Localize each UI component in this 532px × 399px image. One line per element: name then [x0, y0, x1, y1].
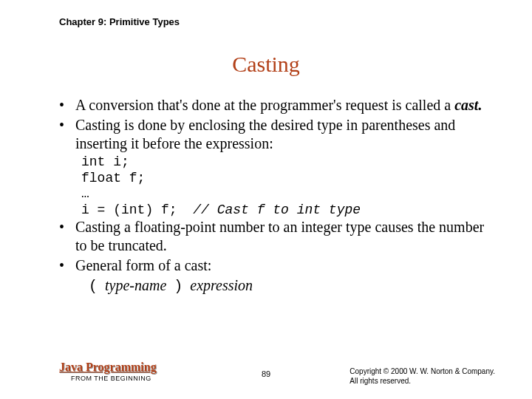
bullet-1-text: A conversion that's done at the programm…: [75, 97, 454, 113]
code-line-2: float f;: [81, 171, 145, 185]
bullet-dot: •: [59, 116, 75, 153]
bullet-2-text: Casting is done by enclosing the desired…: [75, 116, 488, 153]
bullet-3: • Casting a floating-point number to an …: [59, 218, 488, 255]
code-block: int i; float f; … i = (int) f; // Cast f…: [81, 154, 488, 218]
copyright-line-1: Copyright © 2000 W. W. Norton & Company.: [349, 366, 495, 376]
content-area: • A conversion that's done at the progra…: [59, 96, 488, 296]
bullet-4-text: General form of a cast:: [75, 256, 488, 275]
right-paren: ): [174, 278, 183, 295]
expression: expression: [190, 277, 253, 293]
code-line-4a: i = (int) f;: [81, 202, 193, 217]
bullet-dot: •: [59, 218, 75, 255]
code-line-1: int i;: [81, 154, 129, 169]
bullet-text: A conversion that's done at the programm…: [75, 96, 488, 115]
bullet-3-text: Casting a floating-point number to an in…: [75, 218, 488, 255]
type-name: type-name: [105, 277, 166, 293]
cast-word: cast.: [454, 97, 482, 113]
bullet-dot: •: [59, 256, 75, 275]
code-comment: // Cast f to int type: [193, 202, 361, 217]
left-paren: (: [89, 278, 98, 295]
chapter-header: Chapter 9: Primitive Types: [59, 16, 180, 27]
bullet-2: • Casting is done by enclosing the desir…: [59, 116, 488, 153]
slide-title: Casting: [0, 52, 532, 77]
copyright: Copyright © 2000 W. W. Norton & Company.…: [349, 366, 495, 386]
cast-form: ( type-name ) expression: [89, 276, 488, 296]
bullet-dot: •: [59, 96, 75, 115]
bullet-4: • General form of a cast:: [59, 256, 488, 275]
code-line-3: …: [81, 186, 89, 201]
bullet-1: • A conversion that's done at the progra…: [59, 96, 488, 115]
copyright-line-2: All rights reserved.: [349, 376, 495, 386]
